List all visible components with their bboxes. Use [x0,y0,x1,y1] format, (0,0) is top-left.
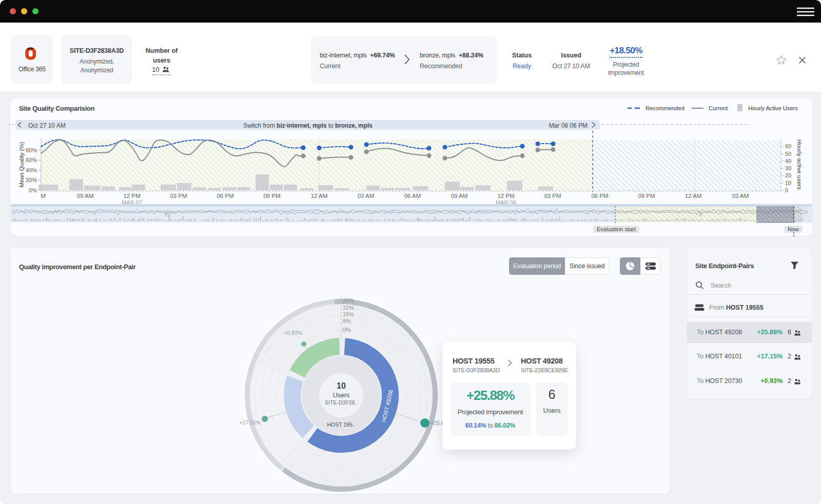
svg-text:40%: 40% [26,167,37,173]
svg-text:09 AM: 09 AM [451,193,468,199]
svg-text:0%: 0% [29,187,37,193]
svg-text:20: 20 [785,172,791,178]
svg-text:09 AM: 09 AM [77,193,94,199]
svg-text:06 PM: 06 PM [217,193,233,199]
svg-text:03 AM: 03 AM [358,193,375,199]
svg-text:30: 30 [785,165,791,171]
svg-text:0: 0 [785,187,788,193]
svg-text:8%: 8% [343,318,351,324]
svg-text:20%: 20% [26,177,37,183]
svg-text:40: 40 [785,158,791,164]
svg-text:Users: Users [333,392,350,399]
svg-text:HOST 195..: HOST 195.. [327,421,355,428]
svg-text:10: 10 [785,180,791,186]
svg-text:+0.93%: +0.93% [284,330,302,336]
svg-text:0%: 0% [343,327,351,333]
svg-text:12 PM: 12 PM [497,193,514,199]
svg-text:60%: 60% [26,157,37,163]
svg-text:03 AM: 03 AM [732,193,749,199]
svg-text:12 AM: 12 AM [311,193,328,199]
svg-text:03 PM: 03 PM [544,193,561,199]
svg-text:10: 10 [337,381,346,390]
svg-text:12 PM: 12 PM [123,193,140,199]
svg-text:12 AM: 12 AM [685,193,702,199]
svg-text:06 AM: 06 AM [404,193,421,199]
svg-text:22%: 22% [343,305,354,311]
svg-text:15%: 15% [343,311,354,317]
svg-text:SITE-D3F28..: SITE-D3F28.. [325,399,358,406]
svg-text:06 PM: 06 PM [591,193,608,199]
svg-text:50: 50 [785,151,791,157]
svg-text:09 PM: 09 PM [638,193,655,199]
svg-text:03 PM: 03 PM [170,193,187,199]
svg-text:M: M [41,193,46,199]
svg-text:60: 60 [785,143,791,149]
svg-text:09 PM: 09 PM [263,193,280,199]
svg-text:+17.15%: +17.15% [239,419,261,426]
svg-text:30%: 30% [343,297,354,304]
svg-text:80%: 80% [26,147,37,153]
